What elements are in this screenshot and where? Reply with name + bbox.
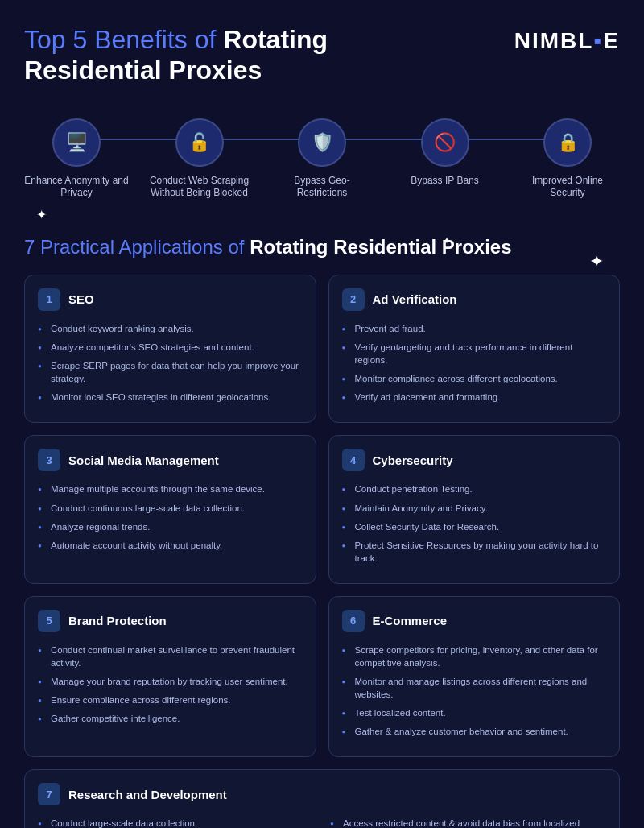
list-item: Ensure compliance across different regio…: [38, 693, 303, 706]
page-wrapper: Top 5 Benefits of Rotating Residential P…: [0, 0, 644, 828]
benefit-label-4: Bypass IP Bans: [411, 175, 479, 188]
list-item: Protect Sensitive Resources by making yo…: [342, 539, 607, 565]
list-item: Scrape SERP pages for data that can help…: [38, 359, 303, 385]
benefit-item-4: 🚫 Bypass IP Bans: [393, 118, 497, 188]
page-header: Top 5 Benefits of Rotating Residential P…: [24, 24, 620, 86]
app-card-header-4: 4 Cybersecurity: [342, 449, 607, 471]
app-card-header-7: 7 Research and Development: [38, 783, 606, 805]
sparkle-icon-3: ✦: [443, 235, 451, 246]
app-list-6: Scrape competitors for pricing, inventor…: [342, 644, 607, 739]
app-list-5: Conduct continual market surveillance to…: [38, 644, 303, 725]
list-item: Maintain Anonymity and Privacy.: [342, 502, 607, 515]
benefit-icon-geo: 🛡️: [298, 118, 346, 167]
benefit-label-1: Enhance Anonymity and Privacy: [24, 175, 129, 200]
benefit-icon-ipban: 🚫: [421, 118, 469, 167]
list-item: Conduct penetration Testing.: [342, 482, 607, 495]
list-item: Monitor local SEO strategies in differen…: [38, 391, 303, 404]
list-item: Manage your brand reputation by tracking…: [38, 675, 303, 688]
benefit-label-3: Bypass Geo-Restrictions: [270, 175, 374, 200]
app-card-ad-verification: 2 Ad Verification Prevent ad fraud. Veri…: [328, 275, 621, 423]
app-title-1: SEO: [68, 292, 94, 306]
list-item: Analyze regional trends.: [38, 520, 303, 533]
list-item: Analyze competitor's SEO strategies and …: [38, 341, 303, 354]
logo-dot: ▪: [593, 28, 603, 53]
app-card-research: 7 Research and Development Conduct large…: [24, 769, 620, 828]
app-card-seo: 1 SEO Conduct keyword ranking analysis. …: [24, 275, 316, 423]
app-card-ecommerce: 6 E-Commerce Scrape competitors for pric…: [328, 596, 621, 758]
app-number-1: 1: [38, 288, 60, 311]
benefit-item-3: 🛡️ Bypass Geo-Restrictions: [270, 118, 374, 200]
benefit-item-5: 🔒 Improved Online Security: [515, 118, 620, 200]
applications-grid: 1 SEO Conduct keyword ranking analysis. …: [24, 275, 620, 758]
app-card-social-media: 3 Social Media Management Manage multipl…: [24, 435, 316, 583]
list-item: Manage multiple accounts through the sam…: [38, 482, 303, 495]
section2-title: 7 Practical Applications of Rotating Res…: [24, 236, 620, 259]
app-number-4: 4: [342, 449, 365, 471]
list-item: Prevent ad fraud.: [342, 322, 607, 335]
app-card-header-6: 6 E-Commerce: [342, 610, 607, 632]
list-item: Verify ad placement and formatting.: [342, 391, 607, 404]
sparkle-icon-1: ✦: [36, 207, 47, 222]
benefits-timeline: 🖥️ Enhance Anonymity and Privacy 🔓 Condu…: [24, 110, 620, 208]
app-card-header-5: 5 Brand Protection: [38, 610, 303, 632]
list-item: Monitor compliance across different geol…: [342, 372, 607, 385]
app-number-7: 7: [38, 783, 60, 805]
list-item: Conduct large-scale data collection.: [38, 817, 314, 828]
app-card-header-3: 3 Social Media Management: [38, 449, 303, 471]
list-item: Collect Security Data for Research.: [342, 520, 607, 533]
list-item: Gather competitive intelligence.: [38, 712, 303, 725]
benefits-section: 🖥️ Enhance Anonymity and Privacy 🔓 Condu…: [24, 110, 620, 208]
app-title-6: E-Commerce: [373, 614, 448, 627]
benefit-label-5: Improved Online Security: [515, 175, 620, 200]
list-item: Conduct continual market surveillance to…: [38, 644, 303, 669]
logo: NIMBL▪E: [514, 28, 620, 54]
app-list-7-right: Access restricted content & avoid data b…: [330, 817, 606, 828]
benefit-icon-anonymity: 🖥️: [52, 118, 101, 167]
app-list-4: Conduct penetration Testing. Maintain An…: [342, 482, 607, 564]
list-item: Scrape competitors for pricing, inventor…: [342, 644, 607, 669]
benefit-label-2: Conduct Web Scraping Without Being Block…: [147, 175, 252, 200]
list-item: Conduct continuous large-scale data coll…: [38, 502, 303, 515]
title-plain: Top 5 Benefits of: [24, 25, 223, 54]
app-title-3: Social Media Management: [68, 453, 219, 467]
sparkle-icon-2: ✦: [589, 251, 604, 272]
section2-title-plain: 7 Practical Applications of: [24, 236, 250, 258]
app-title-7: Research and Development: [68, 788, 227, 801]
app-number-2: 2: [342, 288, 365, 311]
list-item: Test localized content.: [342, 706, 607, 719]
page-title: Top 5 Benefits of Rotating Residential P…: [24, 24, 427, 86]
list-item: Automate account activity without penalt…: [38, 539, 303, 552]
app-list-2: Prevent ad fraud. Verify geotargeting an…: [342, 322, 607, 404]
benefit-item-2: 🔓 Conduct Web Scraping Without Being Blo…: [147, 118, 252, 200]
app-card-header-1: 1 SEO: [38, 288, 303, 311]
app-title-5: Brand Protection: [68, 614, 167, 627]
benefit-icon-security: 🔒: [543, 118, 592, 167]
app-number-5: 5: [38, 610, 60, 632]
app-card-cybersecurity: 4 Cybersecurity Conduct penetration Test…: [328, 435, 621, 583]
app-number-6: 6: [342, 610, 365, 632]
app-list-3: Manage multiple accounts through the sam…: [38, 482, 303, 551]
app-list-1: Conduct keyword ranking analysis. Analyz…: [38, 322, 303, 404]
app-card-brand-protection: 5 Brand Protection Conduct continual mar…: [24, 596, 316, 758]
list-item: Monitor and manage listings across diffe…: [342, 675, 607, 701]
list-item: Access restricted content & avoid data b…: [330, 817, 606, 828]
app-list-7-left: Conduct large-scale data collection. Con…: [38, 817, 314, 828]
list-item: Conduct keyword ranking analysis.: [38, 322, 303, 335]
list-item: Verify geotargeting and track performanc…: [342, 341, 607, 366]
section2-title-bold: Rotating Residential Proxies: [250, 236, 511, 258]
app-title-2: Ad Verification: [373, 292, 457, 306]
app-number-3: 3: [38, 449, 60, 471]
list-item: Gather & analyze customer behavior and s…: [342, 725, 607, 738]
app-title-4: Cybersecurity: [373, 453, 453, 467]
app-list-7-container: Conduct large-scale data collection. Con…: [38, 817, 606, 828]
app-card-header-2: 2 Ad Verification: [342, 288, 607, 311]
benefit-icon-scraping: 🔓: [175, 118, 224, 167]
benefit-item-1: 🖥️ Enhance Anonymity and Privacy: [24, 118, 129, 200]
